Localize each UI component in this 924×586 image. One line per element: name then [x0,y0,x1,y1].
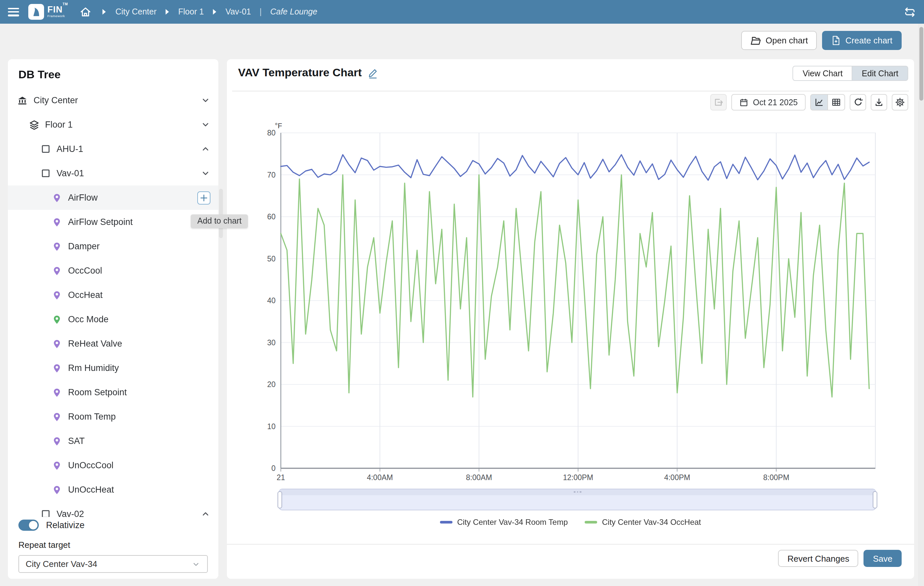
tree-item-sat[interactable]: SAT [8,429,218,453]
caret-right-icon [213,8,217,15]
logo-tm: TM [63,2,68,6]
svg-text:10: 10 [267,422,276,431]
legend-item[interactable]: City Center Vav-34 OccHeat [585,518,701,527]
point-icon [52,192,62,203]
view-edit-tabs: View Chart Edit Chart [793,66,908,81]
tree-item-occcool[interactable]: OccCool [8,259,218,283]
chart-legend: City Center Vav-34 Room TempCity Center … [227,518,914,527]
page-scrollbar-thumb[interactable] [919,27,923,101]
table-icon[interactable] [827,94,845,111]
folder-open-icon [751,36,761,45]
create-chart-button[interactable]: Create chart [822,31,902,50]
caret-right-icon [213,8,217,15]
caret-right-icon [165,8,170,15]
brush-grip-icon[interactable] [574,491,581,493]
open-chart-button[interactable]: Open chart [741,31,817,50]
tree-item-unocccool[interactable]: UnOccCool [8,453,218,477]
fin-fin-icon [31,6,42,17]
footer-divider [227,544,914,545]
line-chart-icon[interactable] [810,94,828,111]
fin-logo[interactable] [28,4,44,20]
svg-text:40: 40 [267,296,276,305]
tab-view-chart[interactable]: View Chart [793,66,853,81]
logo-text: FINTM Framework [47,6,68,18]
sidebar-scrollbar-thumb[interactable] [219,189,223,238]
legend-swatch [585,521,597,524]
tree-item-room-setpoint[interactable]: Room Setpoint [8,380,218,404]
sidebar-footer: Relativize Repeat target City Center Vav… [8,517,218,579]
hamburger-menu-icon[interactable] [8,8,19,16]
date-picker-button[interactable]: Oct 21 2025 [731,94,806,111]
chevron-up-icon[interactable] [201,144,210,154]
repeat-target-value: City Center Vav-34 [26,559,97,569]
breadcrumb-leaf: Cafe Lounge [270,7,317,17]
edit-pencil-icon[interactable] [368,68,378,79]
header-divider [232,91,909,91]
tree-item-label: UnOccCool [68,461,114,470]
tree-item-room-temp[interactable]: Room Temp [8,404,218,429]
tree-item-airflow[interactable]: AirFlow [8,185,218,210]
breadcrumb-item[interactable]: Vav-01 [226,7,251,17]
square-icon[interactable] [40,144,51,154]
time-range-brush[interactable] [279,489,876,510]
breadcrumb-divider: | [259,7,262,17]
page-scrollbar[interactable] [918,24,924,586]
tree-item-label: Rm Humidity [68,363,119,373]
breadcrumb-item[interactable]: City Center [116,7,157,17]
tree-item-vav-01[interactable]: Vav-01 [8,161,218,185]
caret-right-icon [102,8,107,15]
tree-item-airflow-setpoint[interactable]: AirFlow Setpoint [8,210,218,234]
tree-item-label: Vav-01 [56,168,84,178]
tree-item-rm-humidity[interactable]: Rm Humidity [8,356,218,380]
caret-right-icon [102,8,107,15]
svg-text:60: 60 [267,213,276,221]
svg-text:70: 70 [267,171,276,179]
tree-item-ahu-1[interactable]: AHU-1 [8,137,218,161]
temperature-line-chart[interactable]: 01020304050607080214:00AM8:00AM12:00PM4:… [251,122,881,482]
square-icon[interactable] [40,168,51,178]
export-icon [710,94,727,111]
brush-handle-right[interactable] [873,491,877,508]
chart-toolbar: Oct 21 2025 [710,94,908,111]
tree-item-city-center[interactable]: City Center [8,88,218,112]
caret-right-icon [165,8,170,15]
tree-item-damper[interactable]: Damper [8,234,218,259]
tree-item-label: ReHeat Valve [68,339,122,348]
bank-icon [17,95,28,106]
chart-panel: VAV Temperature Chart View Chart Edit Ch… [227,59,914,579]
download-icon[interactable] [871,94,887,111]
db-tree-title: DB Tree [8,59,218,86]
tree-item-occ-mode[interactable]: Occ Mode [8,307,218,332]
chevron-down-icon[interactable] [201,120,210,130]
legend-swatch [440,521,452,524]
svg-text:4:00PM: 4:00PM [664,473,690,482]
db-tree: City CenterFloor 1AHU-1Vav-01AirFlowAirF… [8,88,218,526]
gear-icon[interactable] [892,94,908,111]
home-icon[interactable] [80,6,92,18]
refresh-icon[interactable] [850,94,866,111]
tree-item-reheat-valve[interactable]: ReHeat Valve [8,332,218,356]
legend-item[interactable]: City Center Vav-34 Room Temp [440,518,568,527]
tree-item-occheat[interactable]: OccHeat [8,283,218,307]
point-icon [52,290,62,300]
relativize-toggle[interactable] [18,520,39,531]
breadcrumb: City CenterFloor 1Vav-01|Cafe Lounge [102,7,317,17]
tab-edit-chart[interactable]: Edit Chart [853,66,908,81]
chevron-down-icon[interactable] [201,168,210,178]
relativize-label: Relativize [46,520,84,530]
svg-text:50: 50 [267,254,276,263]
revert-changes-button[interactable]: Revert Changes [778,550,858,567]
chevron-down-icon[interactable] [201,96,210,105]
navbar: FINTM Framework City CenterFloor 1Vav-01… [0,0,924,24]
save-button[interactable]: Save [864,550,902,567]
svg-text:0: 0 [271,464,276,472]
repeat-target-select[interactable]: City Center Vav-34 [18,555,208,573]
calendar-icon [739,97,748,107]
breadcrumb-item[interactable]: Floor 1 [178,7,204,17]
tree-item-unoccheat[interactable]: UnOccHeat [8,477,218,502]
point-icon [52,460,62,470]
brush-handle-left[interactable] [277,491,282,508]
tree-item-floor-1[interactable]: Floor 1 [8,112,218,137]
repeat-icon[interactable] [904,6,916,18]
add-to-chart-button[interactable] [197,191,210,204]
